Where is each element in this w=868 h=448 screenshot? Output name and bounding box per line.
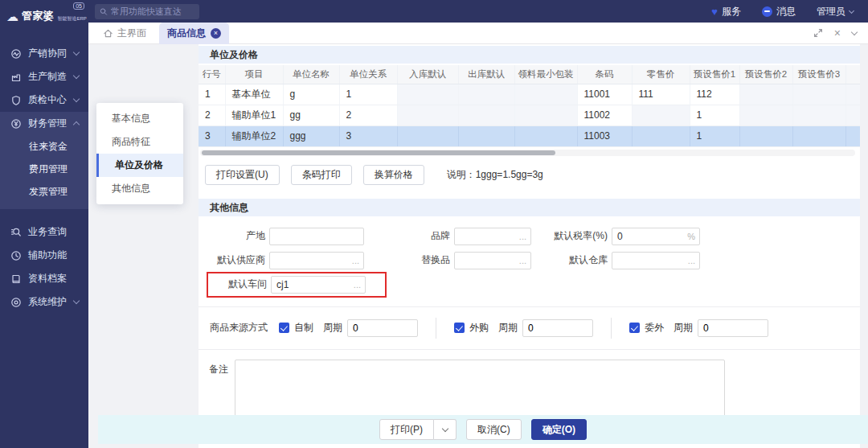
convert-price-button[interactable]: 换算价格	[363, 165, 424, 185]
divider	[611, 318, 612, 339]
nav-item-other-info[interactable]: 其他信息	[96, 177, 183, 200]
checkbox-checked-icon[interactable]	[629, 323, 640, 333]
checkbox-checked-icon[interactable]	[454, 323, 465, 333]
purchased-cycle-field[interactable]	[522, 319, 593, 337]
table-header-row: 行号 项目 单位名称 单位关系 入库默认 出库默认 领料最小包装 条码 零售价 …	[199, 65, 860, 84]
section-title-unit-price: 单位及价格	[199, 46, 860, 64]
sidebar-subitem-expenses[interactable]: 费用管理	[0, 158, 88, 180]
message-menu[interactable]: 消息	[762, 5, 796, 18]
sidebar-item-business-query[interactable]: 业务查询	[0, 220, 88, 244]
sidebar-item-quality[interactable]: 质检中心	[0, 88, 88, 112]
heart-icon: ♥	[711, 6, 718, 17]
supplier-field[interactable]	[269, 252, 364, 269]
sidebar-item-auxiliary[interactable]: 辅助功能	[0, 244, 88, 267]
chevron-down-icon	[73, 96, 80, 102]
search-input[interactable]	[111, 6, 194, 16]
source-option-purchased: 外购 周期	[454, 319, 593, 337]
table-row[interactable]: 2 辅助单位1 gg 2 11002 1	[199, 105, 860, 125]
sidebar-group-finance: 财务管理 往来资金 费用管理 发票管理	[0, 112, 88, 209]
chevron-down-icon[interactable]	[851, 28, 858, 35]
search-icon	[100, 7, 108, 16]
search-list-icon	[10, 227, 22, 238]
scrollbar-thumb[interactable]	[202, 150, 555, 155]
service-menu[interactable]: ♥ 服务	[711, 5, 741, 18]
sidebar-menu: 产销协同 生产制造 质检中心 财务管理 往来资金 费用管理	[0, 42, 88, 314]
nav-item-product-features[interactable]: 商品特征	[96, 130, 183, 154]
tab-close-icon[interactable]: ×	[211, 28, 221, 39]
app-window: ☁ 管家婆 智能智造ERP 05 产销协同 生产制造 质检中心	[0, 0, 868, 448]
cancel-button[interactable]: 取消(C)	[466, 419, 522, 440]
source-option-outsourced: 委外 周期	[629, 319, 768, 337]
product-info-panel: 单位及价格 行号 项目 单位名称 单位关系 入库默认 出库默认	[199, 44, 860, 448]
user-menu[interactable]: 管理员	[817, 5, 854, 18]
cloud-logo-icon: ☁	[6, 10, 18, 23]
workshop-field[interactable]	[271, 276, 366, 294]
origin-field[interactable]	[269, 228, 364, 245]
tab-bar: 主界面 商品信息 × ×	[88, 23, 868, 44]
section-nav-card: 基本信息 商品特征 单位及价格 其他信息	[96, 103, 183, 204]
tax-rate-field[interactable]	[612, 228, 700, 245]
print-dropdown-button[interactable]	[434, 419, 457, 440]
chevron-down-icon	[441, 425, 448, 431]
divider	[199, 306, 860, 307]
sidebar-item-finance[interactable]: 财务管理	[0, 112, 88, 135]
substitute-field[interactable]	[454, 252, 531, 269]
workshop-label: 默认车间	[210, 277, 271, 291]
factory-icon	[10, 72, 22, 83]
checkbox-checked-icon[interactable]	[279, 323, 289, 333]
sidebar-subitem-invoices[interactable]: 发票管理	[0, 180, 88, 203]
sidebar-subitem-funds[interactable]: 往来资金	[0, 135, 88, 158]
outsourced-cycle-field[interactable]	[698, 319, 768, 337]
sidebar-item-manufacturing[interactable]: 生产制造	[0, 65, 88, 88]
service-label: 服务	[722, 5, 741, 18]
logo-subtitle: 智能智造ERP	[58, 15, 87, 23]
tab-home[interactable]: 主界面	[103, 27, 146, 40]
print-button[interactable]: 打印(P)	[379, 419, 434, 440]
source-option-self-made: 自制 周期	[279, 319, 418, 337]
book-icon	[10, 273, 22, 285]
horizontal-scrollbar[interactable]	[200, 150, 855, 156]
warehouse-field[interactable]	[612, 252, 700, 269]
print-setup-button[interactable]: 打印设置(U)	[205, 165, 280, 185]
page-scroll-gutter[interactable]	[860, 44, 868, 448]
unit-conversion-note: 说明：1ggg=1.5gg=3g	[447, 168, 543, 182]
sidebar-item-production-sales[interactable]: 产销协同	[0, 42, 88, 65]
origin-label: 产地	[199, 229, 269, 243]
sidebar-item-system[interactable]: 系统维护	[0, 290, 88, 314]
brand-label: 品牌	[364, 229, 454, 243]
brand-field[interactable]	[454, 228, 531, 245]
default-workshop-highlight-box: 默认车间 ...	[207, 272, 387, 298]
nav-item-basic-info[interactable]: 基本信息	[96, 107, 183, 130]
print-split-button: 打印(P)	[379, 419, 457, 440]
topbar-right: ♥ 服务 消息 管理员	[697, 5, 868, 18]
tab-window-controls: ×	[813, 27, 868, 39]
sidebar: ☁ 管家婆 智能智造ERP 05 产销协同 生产制造 质检中心	[0, 0, 88, 448]
table-row-selected[interactable]: 3 辅助单位2 ggg 3 11003 1	[199, 125, 860, 146]
chevron-up-icon	[73, 121, 80, 128]
quick-search[interactable]	[95, 4, 199, 19]
tab-product-info[interactable]: 商品信息 ×	[159, 23, 229, 44]
product-source-row: 商品来源方式 自制 周期 外购 周期 委外 周期	[199, 317, 860, 339]
home-icon	[103, 28, 113, 39]
section-title-other-info: 其他信息	[199, 199, 860, 216]
other-info-form: 产地 品牌 ... 默认税率(%) % 默认供应商	[199, 224, 860, 297]
maximize-icon[interactable]	[813, 28, 823, 38]
chevron-down-icon	[849, 7, 854, 13]
gear-icon	[10, 297, 22, 308]
footer-action-bar: 打印(P) 取消(C) 确定(O)	[98, 415, 868, 444]
message-icon	[762, 6, 772, 17]
nav-item-unit-price[interactable]: 单位及价格	[96, 154, 183, 177]
logo-title: 管家婆	[22, 9, 55, 23]
ok-button[interactable]: 确定(O)	[531, 419, 587, 440]
close-icon[interactable]: ×	[834, 27, 841, 39]
top-bar: ♥ 服务 消息 管理员	[88, 0, 868, 23]
barcode-print-button[interactable]: 条码打印	[291, 165, 352, 185]
sidebar-item-archives[interactable]: 资料档案	[0, 267, 88, 290]
self-made-cycle-field[interactable]	[347, 319, 418, 337]
table-row[interactable]: 1 基本单位 g 1 11001 111 112	[199, 84, 860, 105]
supplier-label: 默认供应商	[199, 253, 269, 267]
shield-icon	[10, 95, 22, 106]
divider	[199, 349, 860, 350]
unit-price-table: 行号 项目 单位名称 单位关系 入库默认 出库默认 领料最小包装 条码 零售价 …	[199, 65, 860, 147]
tax-rate-label: 默认税率(%)	[531, 229, 612, 243]
